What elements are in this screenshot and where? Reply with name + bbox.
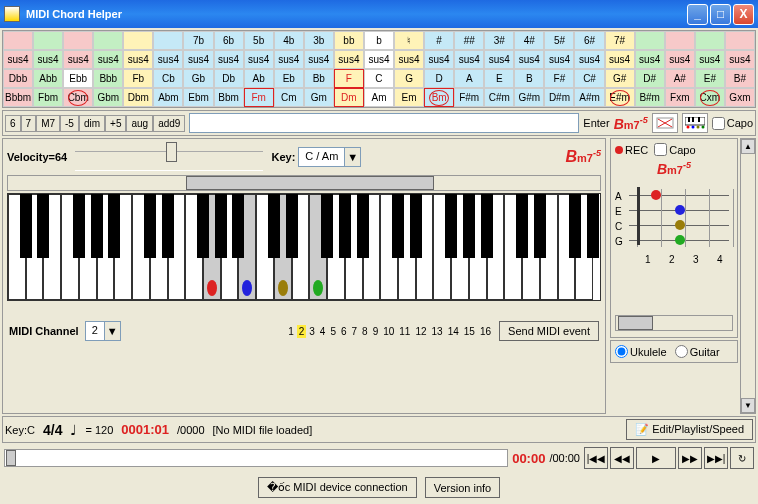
version-info-button[interactable]: Version info [425,477,500,498]
black-key[interactable] [232,194,244,258]
chord-cell[interactable]: Gb [183,69,213,88]
black-key[interactable] [144,194,156,258]
chord-cell[interactable]: b [364,31,394,50]
piano-keyboard[interactable] [7,193,601,301]
chord-cell[interactable]: Bm [424,88,454,107]
chord-cell[interactable]: G# [605,69,635,88]
chord-cell[interactable]: F# [544,69,574,88]
chord-cell[interactable]: sus4 [304,50,334,69]
chord-cell[interactable]: sus4 [244,50,274,69]
black-key[interactable] [268,194,280,258]
chord-cell[interactable]: Bbbm [3,88,33,107]
chord-cell[interactable]: 4# [514,31,544,50]
channel-14[interactable]: 14 [446,325,461,338]
chord-cell[interactable]: 5b [244,31,274,50]
chevron-down-icon[interactable]: ▼ [104,322,120,340]
chord-cell[interactable]: sus4 [93,50,123,69]
chord-cell[interactable]: G [394,69,424,88]
channel-8[interactable]: 8 [360,325,370,338]
chord-cell[interactable] [665,31,695,50]
edit-playlist-button[interactable]: 📝 Edit/Playlist/Speed [626,419,753,440]
chord-cell[interactable] [63,31,93,50]
chord-cell[interactable] [153,31,183,50]
black-key[interactable] [20,194,32,258]
black-key[interactable] [481,194,493,258]
chord-cell[interactable]: E# [695,69,725,88]
channel-9[interactable]: 9 [371,325,381,338]
chord-cell[interactable]: 6# [574,31,604,50]
chord-cell[interactable]: Cm [274,88,304,107]
chord-cell[interactable]: Cxm [695,88,725,107]
chord-cell[interactable]: sus4 [665,50,695,69]
clear-icon[interactable] [652,113,678,133]
channel-4[interactable]: 4 [318,325,328,338]
chord-cell[interactable]: 6b [214,31,244,50]
chord-cell[interactable]: sus4 [394,50,424,69]
chord-cell[interactable] [33,31,63,50]
capo-checkbox-panel[interactable]: Capo [654,143,695,156]
black-key[interactable] [162,194,174,258]
rec-checkbox[interactable]: REC [615,144,648,156]
chord-cell[interactable]: 3b [304,31,334,50]
black-key[interactable] [357,194,369,258]
chord-cell[interactable]: G#m [514,88,544,107]
channel-1[interactable]: 1 [286,325,296,338]
black-key[interactable] [463,194,475,258]
guitar-radio[interactable]: Guitar [675,345,720,358]
velocity-slider[interactable] [75,151,263,171]
key-select[interactable]: C / Am▼ [298,147,361,167]
chord-cell[interactable]: sus4 [183,50,213,69]
chord-cell[interactable]: A [454,69,484,88]
black-key[interactable] [392,194,404,258]
chord-cell[interactable]: Gbm [93,88,123,107]
chord-cell[interactable]: 4b [274,31,304,50]
black-key[interactable] [215,194,227,258]
chord-cell[interactable] [695,31,725,50]
chord-cell[interactable]: Bb [304,69,334,88]
black-key[interactable] [108,194,120,258]
channel-3[interactable]: 3 [307,325,317,338]
chord-cell[interactable]: Fxm [665,88,695,107]
black-key[interactable] [569,194,581,258]
chord-cell[interactable]: sus4 [364,50,394,69]
channel-7[interactable]: 7 [350,325,360,338]
chord-cell[interactable]: Ebm [183,88,213,107]
chord-cell[interactable]: sus4 [63,50,93,69]
chord-cell[interactable] [93,31,123,50]
chord-cell[interactable]: sus4 [544,50,574,69]
chord-cell[interactable]: Dbb [3,69,33,88]
chord-cell[interactable]: 7b [183,31,213,50]
black-key[interactable] [410,194,422,258]
chord-cell[interactable]: E [484,69,514,88]
chord-cell[interactable]: sus4 [454,50,484,69]
chord-cell[interactable]: # [424,31,454,50]
chord-cell[interactable]: Em [394,88,424,107]
keyboard-colors-icon[interactable] [682,113,708,133]
chord-cell[interactable]: sus4 [153,50,183,69]
chord-cell[interactable]: Ab [244,69,274,88]
black-key[interactable] [73,194,85,258]
chord-cell[interactable]: sus4 [695,50,725,69]
modifier-dim[interactable]: dim [79,115,105,132]
panel-vscroll[interactable]: ▲▼ [740,138,756,414]
chevron-down-icon[interactable]: ▼ [344,148,360,166]
chord-input[interactable] [189,113,579,133]
chord-cell[interactable]: C#m [484,88,514,107]
black-key[interactable] [587,194,599,258]
chord-cell[interactable]: sus4 [635,50,665,69]
chord-cell[interactable]: D# [635,69,665,88]
chord-cell[interactable] [635,31,665,50]
black-key[interactable] [37,194,49,258]
chord-cell[interactable]: Dbm [123,88,153,107]
chord-cell[interactable]: Fm [244,88,274,107]
chord-cell[interactable]: Gxm [725,88,755,107]
chord-cell[interactable]: Am [364,88,394,107]
chord-cell[interactable]: B#m [635,88,665,107]
chord-cell[interactable]: F [334,69,364,88]
chord-cell[interactable]: sus4 [424,50,454,69]
chord-cell[interactable]: 3# [484,31,514,50]
chord-cell[interactable]: sus4 [3,50,33,69]
channel-6[interactable]: 6 [339,325,349,338]
chord-cell[interactable]: 7# [605,31,635,50]
fretboard[interactable]: AECG1234 [615,185,733,265]
